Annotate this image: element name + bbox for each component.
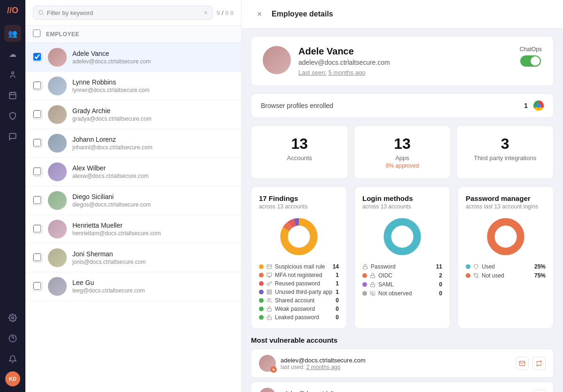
table-row[interactable]: Johann Lorenz johannl@docs.ctrlaltsecure… <box>25 129 241 158</box>
detail-content: Adele Vance adelev@docs.ctrlaltsecure.co… <box>242 29 563 392</box>
avatar <box>48 162 67 181</box>
row-checkbox[interactable] <box>33 53 42 62</box>
sidebar-item-org[interactable] <box>4 66 21 83</box>
svg-rect-31 <box>371 284 375 287</box>
row-checkbox[interactable] <box>33 81 42 91</box>
vuln-email: adelev@docs.ctrlaltsecure.com <box>281 390 528 392</box>
profile-avatar <box>263 46 291 74</box>
sidebar-item-people[interactable]: 👥 <box>4 25 21 42</box>
employee-info: Henrietta Mueller henriettam@docs.ctrlal… <box>72 222 234 237</box>
lock-icon <box>370 273 375 278</box>
shield-off-icon <box>473 273 479 278</box>
lock-icon <box>266 306 272 312</box>
most-vulnerable-title: Most vulnerable accounts <box>251 336 554 344</box>
search-input-wrap[interactable]: × <box>33 6 213 20</box>
row-checkbox[interactable] <box>33 224 42 234</box>
grid-icon <box>266 289 272 295</box>
login-methods-title: Login methods <box>362 194 442 202</box>
chrome-icon <box>533 100 544 111</box>
table-row[interactable]: Lynne Robbins lynner@docs.ctrlaltsecure.… <box>25 72 241 100</box>
row-checkbox[interactable] <box>33 138 42 148</box>
sidebar-item-cloud[interactable]: ☁ <box>4 46 21 62</box>
row-checkbox[interactable] <box>33 196 42 205</box>
deactivate-action-button[interactable] <box>532 357 546 370</box>
sidebar-item-shield[interactable] <box>4 108 21 124</box>
sidebar-item-notifications[interactable] <box>4 351 21 368</box>
table-row[interactable]: Henrietta Mueller henriettam@docs.ctrlal… <box>25 215 241 244</box>
app-logo: //O <box>7 6 18 15</box>
search-clear-button[interactable]: × <box>204 9 208 16</box>
refresh-action-button[interactable] <box>532 390 546 392</box>
employee-email: gradya@docs.ctrlaltsecure.com <box>72 115 234 122</box>
eye-off-icon <box>370 291 375 296</box>
svg-rect-22 <box>270 292 272 294</box>
findings-title: 17 Findings <box>259 194 339 202</box>
vulnerable-account-row: ● adelev@docs.ctrlaltsecure.com last use… <box>251 349 554 378</box>
svg-point-28 <box>391 226 414 248</box>
legend-count: 0 <box>439 290 442 297</box>
svg-point-8 <box>39 10 43 14</box>
employee-name: Henrietta Mueller <box>72 222 234 229</box>
chatops-toggle[interactable] <box>520 55 541 67</box>
finding-label: Leaked password <box>275 314 319 321</box>
finding-dot <box>259 307 264 311</box>
table-row[interactable]: Adele Vance adelev@docs.ctrlaltsecure.co… <box>25 43 241 72</box>
avatar <box>48 48 67 67</box>
table-row[interactable]: Grady Archie gradya@docs.ctrlaltsecure.c… <box>25 100 241 129</box>
users-icon <box>266 298 272 303</box>
svg-point-35 <box>495 226 517 248</box>
findings-card: 17 Findings across 13 accounts <box>251 186 347 329</box>
svg-point-5 <box>12 317 14 319</box>
svg-point-15 <box>288 226 310 248</box>
table-row[interactable]: Diego Siciliani diegos@docs.ctrlaltsecur… <box>25 186 241 215</box>
user-avatar[interactable]: KD <box>5 371 20 386</box>
sidebar-item-help[interactable] <box>4 330 21 347</box>
finding-dot <box>259 290 264 294</box>
most-vulnerable-section: Most vulnerable accounts ● adelev@docs.c… <box>251 336 554 392</box>
table-row[interactable]: Alex Wilber alexw@docs.ctrlaltsecure.com <box>25 158 241 186</box>
row-checkbox[interactable] <box>33 167 42 177</box>
employee-email: alexw@docs.ctrlaltsecure.com <box>72 173 234 179</box>
vuln-info: adelev@docs.ctrlaltsecure.com last used:… <box>281 357 511 370</box>
sidebar-item-settings[interactable] <box>4 309 21 326</box>
employee-name: Grady Archie <box>72 107 234 115</box>
table-row[interactable]: Joni Sherman jonis@docs.ctrlaltsecure.co… <box>25 244 241 272</box>
legend-dot <box>362 282 367 287</box>
search-icon <box>38 9 44 16</box>
employee-name: Lee Gu <box>72 279 234 286</box>
vuln-email: adelev@docs.ctrlaltsecure.com <box>281 357 511 364</box>
svg-rect-25 <box>267 317 272 320</box>
mail-action-button[interactable] <box>516 357 529 370</box>
legend-item: OIDC 2 <box>362 272 442 279</box>
finding-item: MFA not registered 1 <box>259 272 339 278</box>
avatar <box>48 77 67 95</box>
employee-name: Alex Wilber <box>72 164 234 172</box>
finding-label: Suspicious mail rule <box>275 263 325 270</box>
employee-name: Joni Sherman <box>72 250 234 258</box>
lock-icon <box>370 282 375 287</box>
sidebar-item-chat[interactable] <box>4 128 21 145</box>
row-checkbox[interactable] <box>33 282 42 291</box>
employee-info: Lynne Robbins lynner@docs.ctrlaltsecure.… <box>72 78 234 93</box>
close-button[interactable]: × <box>253 8 266 21</box>
select-all-checkbox[interactable] <box>33 30 46 39</box>
stat-label: Third party integrations <box>464 154 546 161</box>
employee-name: Adele Vance <box>72 50 234 57</box>
sidebar: //O 👥 ☁ KD <box>0 0 25 392</box>
search-bar: × 9 / 9 8 <box>25 0 241 26</box>
row-checkbox[interactable] <box>33 253 42 262</box>
legend-count: 0 <box>439 281 442 288</box>
employee-info: Alex Wilber alexw@docs.ctrlaltsecure.com <box>72 164 234 179</box>
row-checkbox[interactable] <box>33 110 42 119</box>
legend-count: 2 <box>439 272 442 279</box>
employee-info: Lee Gu leeg@docs.ctrlaltsecure.com <box>72 279 234 294</box>
svg-rect-24 <box>267 309 272 312</box>
employee-email: jonis@docs.ctrlaltsecure.com <box>72 259 234 265</box>
table-row[interactable]: Lee Gu leeg@docs.ctrlaltsecure.com <box>25 272 241 301</box>
login-donut-container <box>362 215 442 258</box>
legend-label: OIDC <box>378 272 392 279</box>
password-manager-title: Password manager <box>466 194 546 202</box>
stat-sublabel: 8% approved <box>362 162 443 169</box>
sidebar-item-calendar[interactable] <box>4 87 21 104</box>
search-input[interactable] <box>47 9 201 16</box>
